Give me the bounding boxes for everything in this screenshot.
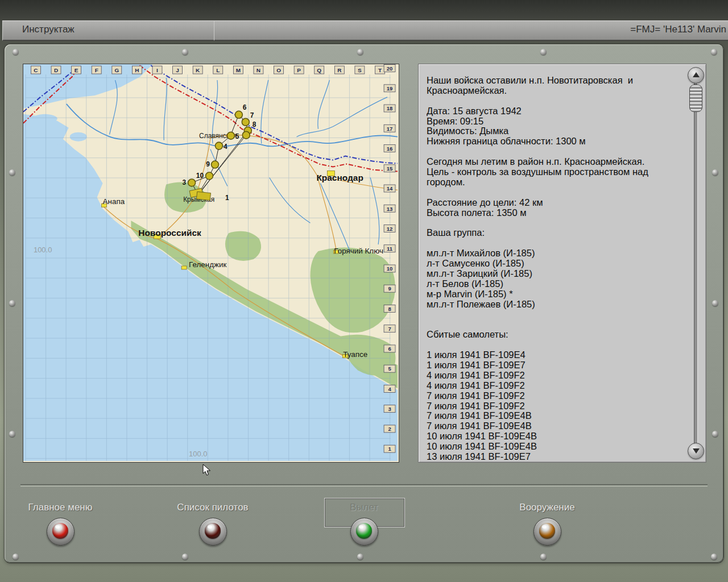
main-menu-label: Главное меню (3, 502, 117, 513)
svg-text:15: 15 (387, 165, 393, 172)
svg-text:6: 6 (243, 103, 247, 111)
svg-text:7: 7 (388, 326, 391, 332)
briefing-line: Красноармейская. (427, 86, 677, 96)
svg-text:11: 11 (387, 246, 392, 252)
briefing-line (427, 188, 677, 198)
screw-icon (9, 169, 15, 176)
scroll-up-button[interactable] (688, 67, 704, 84)
tab-briefing[interactable]: Инструктаж (2, 20, 233, 41)
armament-button-dome (539, 523, 555, 539)
mouse-cursor-icon (202, 464, 212, 476)
svg-text:3: 3 (182, 178, 186, 186)
svg-text:3: 3 (388, 406, 391, 412)
briefing-line: Расстояние до цели: 42 км (427, 198, 677, 208)
briefing-line (427, 218, 677, 228)
svg-text:19: 19 (387, 85, 393, 92)
svg-text:8: 8 (253, 120, 257, 128)
screw-icon (13, 49, 19, 55)
liman (70, 132, 87, 142)
svg-text:Новороссийск: Новороссийск (138, 228, 201, 238)
screw-icon (712, 431, 718, 437)
svg-text:M: M (236, 67, 241, 73)
svg-text:Туапсе: Туапсе (343, 350, 367, 359)
waypoint-marker[interactable] (242, 131, 250, 139)
mission-map[interactable]: АнапаНовороссийскГеленджикКраснодарГоряч… (23, 64, 399, 463)
briefing-line: Наши войска оставили н.п. Новотитаровска… (427, 76, 677, 86)
screw-icon (182, 49, 188, 55)
briefing-line: мл.л-т Полежаев (И-185) (427, 300, 677, 310)
svg-text:4: 4 (224, 143, 228, 151)
briefing-line: 7 июля 1941 BF-109E4B (427, 421, 677, 431)
waypoint-marker[interactable] (227, 132, 234, 139)
svg-text:D: D (54, 67, 58, 73)
svg-text:P: P (297, 67, 301, 73)
main-menu-button[interactable] (47, 518, 75, 546)
briefing-line: 10 июля 1941 BF-109E4B (427, 442, 677, 452)
waypoint-marker[interactable] (188, 179, 196, 186)
screw-icon (712, 169, 718, 176)
screw-icon (9, 300, 15, 306)
scroll-down-button[interactable] (688, 443, 704, 459)
pilot-list-label: Список пилотов (156, 502, 270, 513)
armament-button[interactable] (533, 518, 561, 546)
screw-icon (712, 300, 718, 306)
up-arrow-icon (693, 72, 700, 77)
svg-text:1: 1 (388, 446, 391, 452)
fly-button-dome (356, 523, 372, 539)
briefing-line: 7 июля 1941 BF-109F2 (427, 391, 677, 401)
top-strip (0, 0, 728, 20)
briefing-panel: Наши войска оставили н.п. Новотитаровска… (418, 64, 706, 463)
fly-button[interactable] (350, 518, 378, 546)
briefing-text: Наши войска оставили н.п. Новотитаровска… (427, 76, 677, 461)
main-menu-group: Главное меню (3, 502, 117, 513)
svg-text:L: L (216, 67, 220, 73)
svg-text:100.0: 100.0 (34, 246, 52, 254)
briefing-line: м-р Marvin (И-185) * (427, 289, 677, 300)
briefing-line: 7 июля 1941 BF-109F2 (427, 401, 677, 411)
svg-text:J: J (176, 67, 179, 73)
waypoint-marker[interactable] (211, 161, 218, 168)
briefing-line: Сегодня мы летим в район н.п. Красноарме… (427, 157, 677, 167)
screw-icon (711, 554, 717, 560)
scrollbar-thumb[interactable] (689, 85, 702, 112)
waypoint-marker[interactable] (206, 172, 213, 180)
svg-text:E: E (75, 67, 78, 73)
svg-text:O: O (276, 67, 281, 73)
briefing-line: 1 июля 1941 BF-109E7 (427, 360, 677, 371)
svg-text:R: R (337, 67, 341, 73)
screw-icon (357, 554, 363, 560)
main-panel: АнапаНовороссийскГеленджикКраснодарГоряч… (5, 44, 723, 563)
svg-text:H: H (135, 67, 139, 73)
pilot-name-tab: =FMJ= 'He113' Marvin (214, 20, 728, 41)
briefing-screen: Инструктаж =FMJ= 'He113' Marvin (0, 0, 728, 582)
briefing-line: л-т Белов (И-185) (427, 279, 677, 289)
pilot-list-button[interactable] (199, 518, 227, 546)
pilot-list-group: Список пилотов (156, 502, 270, 513)
svg-text:10: 10 (387, 265, 393, 272)
svg-text:Краснодар: Краснодар (316, 173, 363, 182)
waypoint-marker[interactable] (242, 118, 249, 126)
screw-icon (13, 554, 19, 560)
main-menu-button-dome (52, 523, 68, 539)
waypoint-marker[interactable] (215, 142, 222, 149)
svg-text:16: 16 (387, 146, 393, 152)
armament-group: Вооружение (490, 502, 604, 513)
briefing-line: Высота полета: 1350 м (427, 208, 677, 218)
svg-text:I: I (156, 67, 158, 73)
svg-text:8: 8 (388, 306, 391, 312)
briefing-line (427, 319, 677, 330)
waypoint-marker[interactable] (235, 111, 242, 118)
svg-text:10: 10 (196, 172, 204, 180)
briefing-line (427, 147, 677, 157)
svg-text:17: 17 (387, 126, 393, 132)
briefing-line: 13 июля 1941 BF-109E7 (427, 452, 677, 461)
svg-text:F: F (95, 67, 98, 73)
svg-text:18: 18 (387, 105, 393, 111)
scrollbar-track[interactable] (694, 81, 698, 451)
svg-text:12: 12 (387, 226, 393, 232)
briefing-line: 4 июля 1941 BF-109F2 (427, 371, 677, 381)
svg-text:13: 13 (387, 206, 393, 212)
svg-text:T: T (378, 67, 382, 73)
divider-line (20, 484, 708, 487)
svg-text:N: N (257, 67, 260, 73)
